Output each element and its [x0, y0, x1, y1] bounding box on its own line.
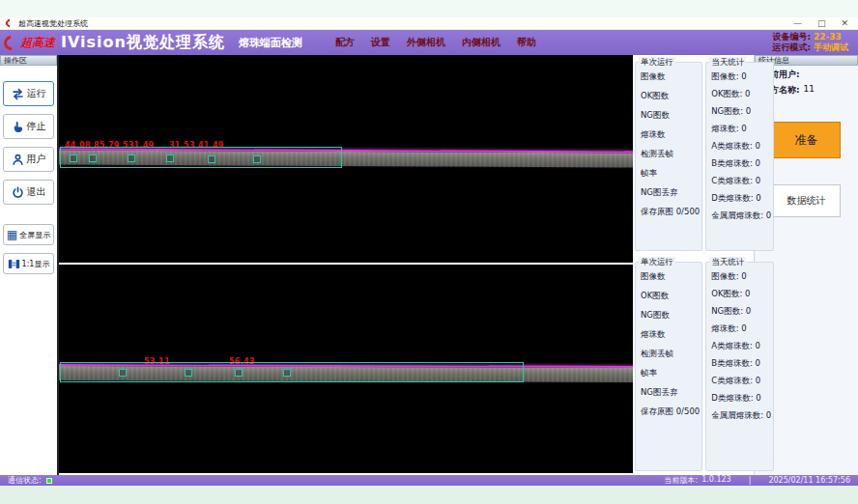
- roi-chip: [128, 154, 135, 162]
- roi-chip: [185, 369, 192, 377]
- single-run-title: 单次运行: [639, 57, 675, 69]
- stat-row: C类熔珠数: 0: [711, 376, 771, 387]
- menu-item-help[interactable]: 帮助: [517, 36, 536, 49]
- maximize-button[interactable]: □: [817, 18, 826, 29]
- stat-row: 帧率: [641, 168, 700, 180]
- stat-row: D类熔珠数: 0: [711, 393, 771, 405]
- roi-chip: [70, 154, 77, 162]
- header: 超高速 IVision视觉处理系统 熔珠端面检测 配方 设置 外侧相机 内侧相机…: [0, 30, 858, 55]
- power-icon: [12, 186, 24, 199]
- version-value: 1.0.123: [701, 475, 731, 486]
- sidebar-buttons: 运行 停止 用户: [0, 66, 57, 274]
- status-separator: |: [749, 476, 752, 485]
- roi-chip: [208, 155, 215, 163]
- operation-sidebar: 操作区 运行 停止: [0, 55, 59, 475]
- status-bar: 通信状态: 当前版本: 1.0.123 | 2025/02/11 16:57:5…: [0, 475, 858, 486]
- brand-name: 超高速: [20, 35, 55, 51]
- sidebar-title: 操作区: [0, 55, 57, 66]
- stop-button[interactable]: 停止: [3, 114, 54, 139]
- daily-stats-groupbox: 当天统计 图像数: 0 OK图数: 0 NG图数: 0 熔珠数: 0 A类熔珠数…: [705, 62, 774, 251]
- run-mode-label: 运行模式:: [772, 42, 811, 52]
- sync-arrows-icon: [12, 88, 24, 100]
- close-button[interactable]: ✕: [841, 18, 848, 29]
- stat-row: A类熔珠数: 0: [711, 341, 771, 352]
- stat-row: 保存原图 0/500: [641, 207, 700, 218]
- user-button[interactable]: 用户: [3, 147, 54, 172]
- data-statistics-button[interactable]: 数据统计: [773, 184, 841, 217]
- stat-row: 检测丢帧: [641, 349, 700, 360]
- run-button[interactable]: 运行: [3, 81, 54, 106]
- camera-viewport-bottom[interactable]: 53.11 56.43: [59, 265, 633, 473]
- run-mode-value: 手动调试: [814, 42, 848, 52]
- stat-row: C类熔珠数: 0: [711, 176, 771, 187]
- stat-row: NG图数: 0: [711, 106, 771, 118]
- device-info: 设备编号:22-33 运行模式:手动调试: [772, 32, 848, 53]
- stats-section-bottom: 单次运行 图像数 OK图数 NG图数 熔珠数 检测丢帧 帧率 NG图丢弃 保存原…: [633, 255, 754, 475]
- device-number-label: 设备编号:: [772, 32, 811, 42]
- stat-row: 图像数: [641, 71, 700, 83]
- app-window: 超高速视觉处理系统 — □ ✕ 超高速 IVision视觉处理系统 熔珠端面检测…: [0, 17, 858, 486]
- window-controls: — □ ✕: [793, 18, 852, 29]
- roi-rectangle: [60, 147, 342, 168]
- stat-row: D类熔珠数: 0: [711, 193, 771, 205]
- stat-row: 图像数: [641, 271, 700, 283]
- desktop-background: [0, 486, 858, 504]
- stat-row: 帧率: [641, 368, 700, 379]
- menu-item-settings[interactable]: 设置: [371, 36, 390, 49]
- comm-status-label: 通信状态:: [8, 475, 42, 486]
- exit-button-label: 退出: [27, 185, 46, 199]
- menu-bar: 配方 设置 外侧相机 内侧相机 帮助: [335, 36, 536, 49]
- camera-column: 44.08 85.79 531.49 31.53 41.49 53.11 56.…: [59, 55, 633, 475]
- stat-row: 熔珠数: [641, 129, 700, 141]
- stat-row: OK图数: [641, 91, 700, 102]
- fullscreen-button[interactable]: ▦ 全屏显示: [3, 224, 54, 245]
- app-logo-icon: [4, 17, 14, 28]
- stat-row: OK图数: 0: [711, 289, 771, 300]
- main-area: 操作区 运行 停止: [0, 55, 858, 475]
- stat-row: NG图数: 0: [711, 306, 771, 318]
- user-button-label: 用户: [27, 153, 46, 166]
- stat-row: 金属屑熔珠数: 0: [711, 210, 771, 222]
- roi-chip: [283, 369, 291, 377]
- exit-button[interactable]: 退出: [3, 180, 54, 205]
- window-title: 超高速视觉处理系统: [18, 18, 88, 29]
- roi-rectangle: [60, 362, 524, 382]
- stat-row: 熔珠数: [641, 329, 700, 341]
- fullscreen-button-label: 全屏显示: [19, 230, 50, 240]
- stat-row: B类熔珠数: 0: [711, 158, 771, 170]
- app-subtitle: 熔珠端面检测: [239, 36, 302, 50]
- roi-chip: [235, 369, 243, 377]
- titlebar: 超高速视觉处理系统 — □ ✕: [0, 17, 858, 30]
- stop-button-label: 停止: [27, 120, 46, 133]
- one-to-one-button-label: 1:1显示: [22, 259, 50, 269]
- roi-chip: [89, 154, 97, 162]
- one-to-one-icon: [8, 258, 20, 270]
- comm-status-indicator: [46, 478, 52, 484]
- daily-stats-groupbox: 当天统计 图像数: 0 OK图数: 0 NG图数: 0 熔珠数: 0 A类熔珠数…: [705, 262, 774, 471]
- run-button-label: 运行: [27, 87, 46, 100]
- minimize-button[interactable]: —: [793, 18, 802, 29]
- recipe-name-value: 11: [804, 84, 815, 97]
- camera-viewport-top[interactable]: 44.08 85.79 531.49 31.53 41.49: [59, 55, 633, 263]
- roi-chip: [119, 369, 127, 377]
- stat-row: NG图丢弃: [641, 187, 700, 199]
- stat-row: 保存原图 0/500: [641, 406, 700, 418]
- menu-item-recipe[interactable]: 配方: [335, 36, 355, 49]
- prepare-button[interactable]: 准备: [773, 122, 841, 158]
- stat-row: OK图数: [641, 291, 700, 302]
- menu-item-outer-camera[interactable]: 外侧相机: [407, 36, 445, 49]
- stat-row: NG图丢弃: [641, 387, 700, 399]
- menu-item-inner-camera[interactable]: 内侧相机: [462, 36, 500, 49]
- single-run-title: 单次运行: [639, 257, 675, 268]
- roi-chip: [166, 154, 174, 162]
- desktop: 超高速视觉处理系统 — □ ✕ 超高速 IVision视觉处理系统 熔珠端面检测…: [0, 0, 858, 504]
- stat-row: OK图数: 0: [711, 89, 771, 100]
- stat-row: 检测丢帧: [641, 149, 700, 160]
- statistics-column: 单次运行 图像数 OK图数 NG图数 熔珠数 检测丢帧 帧率 NG图丢弃 保存原…: [633, 55, 754, 475]
- stat-row: 熔珠数: 0: [711, 323, 771, 335]
- single-run-groupbox: 单次运行 图像数 OK图数 NG图数 熔珠数 检测丢帧 帧率 NG图丢弃 保存原…: [635, 262, 702, 471]
- status-right: 当前版本: 1.0.123 | 2025/02/11 16:57:56: [664, 475, 850, 486]
- single-run-groupbox: 单次运行 图像数 OK图数 NG图数 熔珠数 检测丢帧 帧率 NG图丢弃 保存原…: [635, 62, 702, 251]
- app-title: IVision视觉处理系统: [61, 33, 225, 53]
- one-to-one-button[interactable]: 1:1显示: [3, 253, 54, 274]
